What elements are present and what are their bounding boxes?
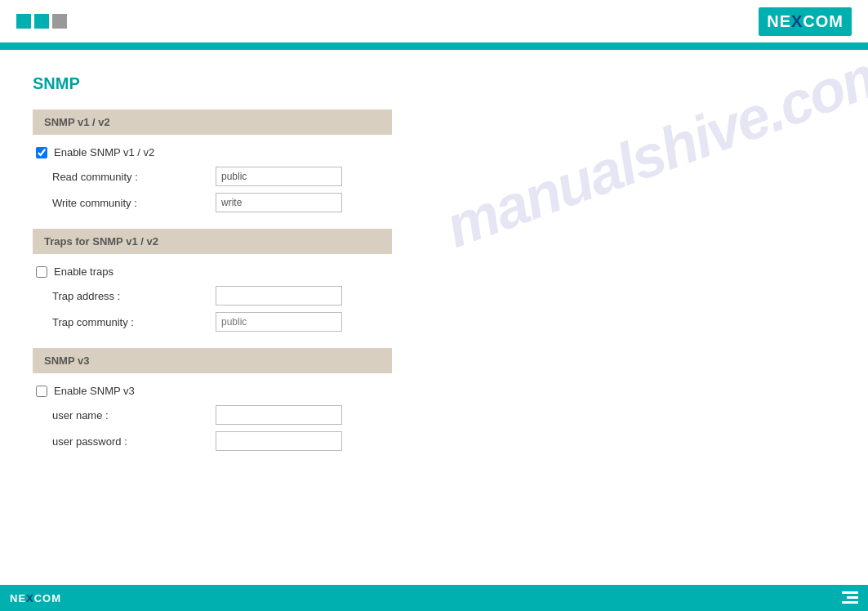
write-community-label: Write community : — [52, 197, 216, 209]
username-label: user name : — [52, 409, 216, 421]
accent-block-3 — [52, 14, 67, 29]
enable-snmp-v3-label: Enable SNMP v3 — [54, 385, 135, 397]
footer-icon-bar-3 — [842, 601, 858, 604]
password-label: user password : — [52, 435, 216, 448]
enable-snmp-v3-row: Enable SNMP v3 — [36, 385, 835, 397]
footer-icon-bar-2 — [847, 596, 858, 599]
enable-snmp-v1v2-row: Enable SNMP v1 / v2 — [36, 146, 835, 158]
username-row: user name : — [52, 405, 835, 425]
footer-logo: NEXCOM — [10, 592, 61, 604]
snmp-v3-section: SNMP v3 Enable SNMP v3 user name : user … — [33, 348, 835, 451]
enable-traps-label: Enable traps — [54, 265, 114, 278]
read-community-row: Read community : — [52, 167, 835, 186]
accent-block-2 — [34, 14, 49, 29]
password-row: user password : — [52, 431, 835, 451]
write-community-input[interactable] — [216, 193, 342, 212]
trap-community-row: Trap community : — [52, 312, 835, 332]
logo-ne: NE — [767, 12, 791, 30]
trap-address-label: Trap address : — [52, 290, 216, 302]
snmp-v3-header: SNMP v3 — [33, 348, 392, 373]
snmp-v1v2-header: SNMP v1 / v2 — [33, 109, 392, 135]
write-community-row: Write community : — [52, 193, 835, 212]
footer-icon-bar-1 — [842, 591, 858, 594]
enable-traps-checkbox[interactable] — [36, 266, 47, 278]
trap-community-input[interactable] — [216, 312, 342, 332]
traps-header: Traps for SNMP v1 / v2 — [33, 229, 392, 254]
password-input[interactable] — [216, 431, 342, 451]
logo: NEXCOM — [759, 7, 852, 36]
enable-traps-row: Enable traps — [36, 265, 835, 278]
accent-block-1 — [16, 14, 31, 29]
page-title: SNMP — [33, 74, 835, 93]
header: NEXCOM — [0, 0, 868, 45]
footer-logo-text: NEXCOM — [10, 592, 61, 604]
footer: NEXCOM — [0, 585, 868, 611]
logo-x: X — [791, 12, 803, 30]
enable-snmp-v1v2-checkbox[interactable] — [36, 147, 47, 158]
trap-address-input[interactable] — [216, 286, 342, 306]
username-input[interactable] — [216, 405, 342, 425]
footer-grid-icon — [842, 591, 858, 604]
read-community-label: Read community : — [52, 171, 216, 183]
enable-snmp-v1v2-label: Enable SNMP v1 / v2 — [54, 146, 154, 158]
trap-address-row: Trap address : — [52, 286, 835, 306]
enable-snmp-v3-checkbox[interactable] — [36, 386, 47, 397]
read-community-input[interactable] — [216, 167, 342, 186]
main-content: manualshive.com SNMP SNMP v1 / v2 Enable… — [0, 50, 868, 492]
trap-community-label: Trap community : — [52, 316, 216, 328]
footer-logo-com: COM — [34, 592, 61, 604]
snmp-v1v2-section: SNMP v1 / v2 Enable SNMP v1 / v2 Read co… — [33, 109, 835, 212]
logo-text: NEXCOM — [767, 12, 844, 31]
header-accent — [16, 14, 67, 29]
traps-section: Traps for SNMP v1 / v2 Enable traps Trap… — [33, 229, 835, 332]
footer-logo-x: X — [26, 592, 34, 604]
logo-com: COM — [803, 12, 844, 30]
footer-logo-ne: NE — [10, 592, 26, 604]
